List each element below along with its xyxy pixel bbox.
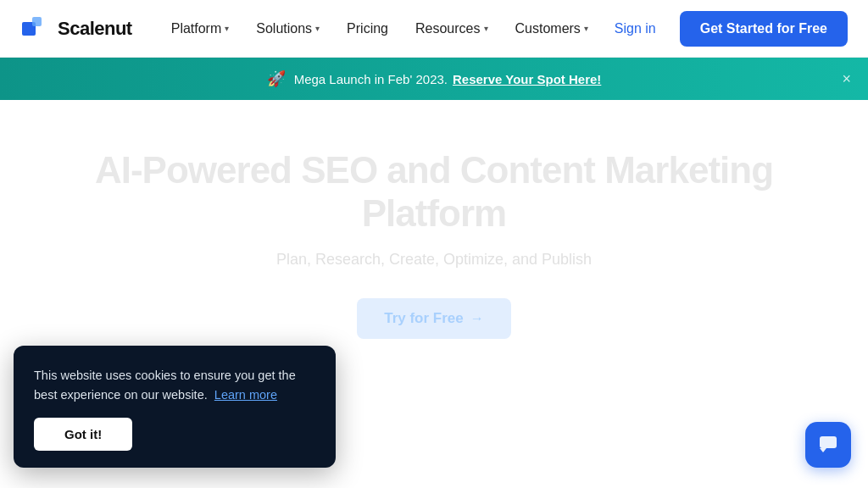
support-chat-button[interactable] — [805, 422, 851, 468]
banner-text: Mega Launch in Feb' 2023. — [294, 72, 448, 86]
rocket-icon: 🚀 — [267, 69, 286, 88]
logo-link[interactable]: Scalenut — [20, 14, 132, 44]
cookie-text: This website uses cookies to ensure you … — [34, 366, 315, 404]
hero-subtitle: Plan, Research, Create, Optimize, and Pu… — [276, 248, 592, 271]
arrow-icon: → — [470, 311, 484, 326]
nav-right: Sign in Get Started for Free — [604, 11, 848, 47]
nav-resources[interactable]: Resources ▾ — [403, 14, 499, 43]
hero-title: AI-Powered SEO and Content Marketing Pla… — [53, 149, 815, 235]
chat-icon — [817, 434, 839, 456]
try-free-label: Try for Free — [384, 310, 464, 327]
chevron-down-icon: ▾ — [484, 24, 488, 33]
cookie-learn-more-link[interactable]: Learn more — [214, 388, 277, 402]
sign-in-button[interactable]: Sign in — [604, 14, 666, 43]
announcement-banner: 🚀 Mega Launch in Feb' 2023. Reserve Your… — [0, 58, 868, 100]
got-it-button[interactable]: Got it! — [34, 418, 132, 451]
nav-solutions[interactable]: Solutions ▾ — [244, 14, 331, 43]
logo-text: Scalenut — [58, 18, 132, 40]
banner-link[interactable]: Reserve Your Spot Here! — [453, 72, 601, 86]
banner-content: Mega Launch in Feb' 2023. Reserve Your S… — [294, 72, 602, 86]
nav-items: Platform ▾ Solutions ▾ Pricing Resources… — [159, 14, 604, 43]
nav-pricing[interactable]: Pricing — [335, 14, 400, 43]
get-started-button[interactable]: Get Started for Free — [680, 11, 848, 47]
navbar: Scalenut Platform ▾ Solutions ▾ Pricing … — [0, 0, 868, 58]
svg-rect-2 — [820, 436, 837, 448]
nav-platform[interactable]: Platform ▾ — [159, 14, 242, 43]
chevron-down-icon: ▾ — [584, 24, 588, 33]
chevron-down-icon: ▾ — [225, 24, 229, 33]
svg-rect-1 — [32, 17, 42, 26]
try-free-button[interactable]: Try for Free → — [357, 298, 511, 339]
chevron-down-icon: ▾ — [315, 24, 320, 33]
logo-icon — [20, 14, 51, 44]
nav-customers[interactable]: Customers ▾ — [504, 14, 600, 43]
banner-close-button[interactable]: × — [842, 71, 851, 86]
cookie-consent-popup: This website uses cookies to ensure you … — [14, 346, 336, 468]
hero-section: AI-Powered SEO and Content Marketing Pla… — [0, 100, 868, 371]
